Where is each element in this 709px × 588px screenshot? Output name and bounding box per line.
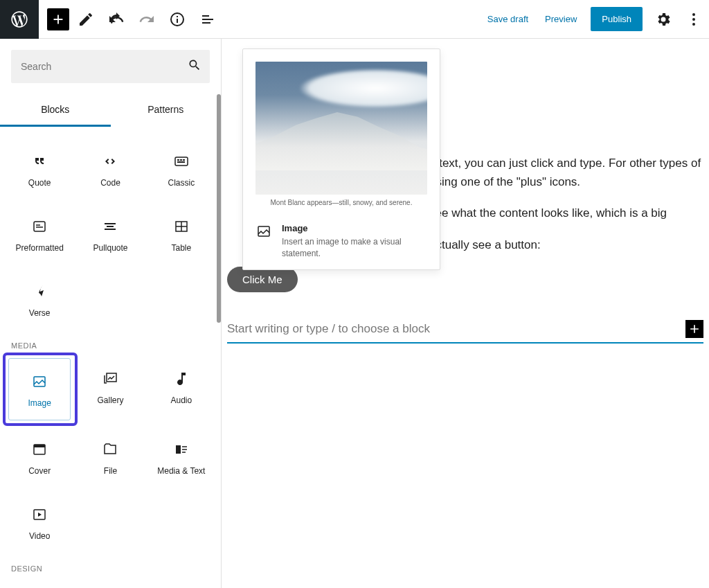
block-label: Video (29, 531, 50, 541)
block-code[interactable]: Code (76, 138, 144, 200)
svg-rect-13 (34, 445, 45, 447)
preformatted-icon (31, 215, 48, 238)
paragraph-text: d text, you can just click and type. For… (429, 157, 701, 170)
block-label: Preformatted (15, 243, 63, 253)
block-media-text[interactable]: Media & Text (147, 426, 215, 488)
svg-rect-11 (107, 373, 116, 382)
inline-inserter-button[interactable] (685, 320, 703, 338)
search-box (11, 50, 210, 83)
block-label: Audio (170, 395, 192, 405)
preview-button[interactable]: Preview (537, 8, 585, 30)
placeholder-text: Start writing or type / to choose a bloc… (227, 322, 685, 336)
block-label: Pullquote (93, 243, 127, 253)
block-label: Classic (168, 178, 195, 188)
empty-block-placeholder[interactable]: Start writing or type / to choose a bloc… (227, 320, 703, 344)
quote-icon (31, 150, 48, 172)
file-icon (102, 438, 118, 461)
paragraph-text: see what the content looks like, which i… (429, 206, 667, 220)
audio-icon (173, 368, 190, 390)
cover-icon (31, 438, 48, 461)
blocks-scroll[interactable]: Quote Code Classic Preformatted Pullquot… (0, 127, 221, 588)
paragraph-text: using one of the "plus" icons. (429, 175, 580, 188)
svg-rect-14 (176, 445, 181, 454)
block-label: Quote (28, 178, 51, 188)
block-verse[interactable]: Verse (6, 268, 73, 330)
wordpress-logo[interactable] (0, 0, 39, 39)
block-preformatted[interactable]: Preformatted (6, 203, 73, 265)
block-label: Cover (28, 466, 51, 476)
block-image[interactable]: Image (8, 358, 71, 420)
preview-caption: Mont Blanc appears—still, snowy, and ser… (255, 199, 427, 206)
svg-rect-7 (177, 161, 185, 163)
inserter-tabs: Blocks Patterns (0, 94, 221, 127)
redo-button[interactable] (133, 6, 161, 33)
publish-button[interactable]: Publish (591, 7, 643, 31)
verse-icon (31, 280, 48, 303)
media-text-icon (173, 438, 190, 461)
svg-rect-6 (183, 159, 185, 161)
block-label: Table (171, 243, 191, 253)
block-cover[interactable]: Cover (6, 426, 73, 488)
category-design: DESIGN (6, 553, 215, 578)
pullquote-icon (102, 215, 118, 238)
edit-tool-button[interactable] (72, 6, 100, 33)
classic-icon (173, 150, 190, 172)
code-icon (102, 150, 118, 172)
preview-image (255, 62, 427, 195)
gallery-icon (102, 368, 118, 390)
svg-rect-4 (177, 159, 179, 161)
svg-rect-8 (34, 222, 45, 231)
block-inserter-panel: Blocks Patterns Quote Code Classic (0, 39, 222, 588)
scrollbar[interactable] (217, 94, 221, 588)
block-quote[interactable]: Quote (6, 138, 73, 200)
toggle-inserter-button[interactable] (47, 8, 69, 30)
block-label: Code (100, 178, 120, 188)
block-search-input[interactable] (11, 50, 210, 83)
block-gallery[interactable]: Gallery (76, 355, 144, 418)
block-pullquote[interactable]: Pullquote (76, 203, 144, 265)
block-file[interactable]: File (76, 426, 144, 488)
video-icon (31, 504, 48, 526)
info-button[interactable] (163, 6, 191, 33)
block-classic[interactable]: Classic (147, 138, 215, 200)
tab-blocks[interactable]: Blocks (0, 94, 111, 127)
outline-button[interactable] (194, 6, 222, 33)
demo-button[interactable]: Click Me (227, 267, 298, 292)
svg-point-2 (692, 23, 695, 26)
settings-button[interactable] (649, 6, 677, 33)
block-label: Media & Text (157, 466, 205, 476)
image-icon (31, 371, 48, 393)
preview-description: Insert an image to make a visual stateme… (282, 236, 427, 260)
category-media: MEDIA (6, 330, 215, 355)
paragraph-text: actually see a button: (429, 238, 541, 251)
search-icon (188, 58, 201, 75)
block-video[interactable]: Video (6, 491, 73, 553)
block-label: File (104, 466, 117, 476)
editor-toolbar: Save draft Preview Publish (0, 0, 709, 39)
block-label: Image (28, 398, 51, 408)
svg-point-0 (692, 13, 695, 16)
undo-button[interactable] (102, 6, 130, 33)
more-options-button[interactable] (680, 6, 708, 33)
table-icon (173, 215, 190, 238)
block-audio[interactable]: Audio (147, 355, 215, 418)
image-icon (255, 223, 272, 240)
svg-rect-5 (180, 159, 182, 161)
save-draft-button[interactable]: Save draft (479, 8, 537, 30)
block-preview-popover: Mont Blanc appears—still, snowy, and ser… (242, 48, 440, 270)
tab-patterns[interactable]: Patterns (111, 94, 222, 127)
svg-point-1 (692, 18, 695, 21)
block-table[interactable]: Table (147, 203, 215, 265)
block-label: Gallery (97, 395, 123, 405)
scrollbar-thumb[interactable] (217, 94, 221, 323)
preview-title: Image (282, 223, 427, 233)
block-label: Verse (29, 308, 51, 318)
